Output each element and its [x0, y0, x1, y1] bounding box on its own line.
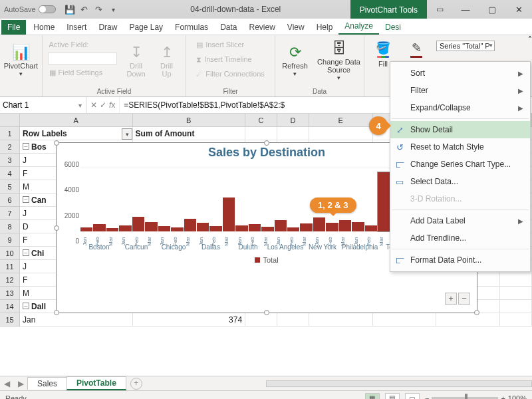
collapse-field-button[interactable]: − — [458, 293, 470, 305]
accept-formula-icon[interactable]: ✓ — [100, 100, 106, 110]
tab-data[interactable]: Data — [214, 20, 243, 35]
maximize-button[interactable]: ▢ — [479, 0, 505, 19]
menu-item[interactable]: ↺Reset to Match Style — [390, 138, 530, 156]
pen-icon: ✎ — [412, 41, 422, 55]
horizontal-scrollbar[interactable] — [266, 380, 532, 387]
data-source-icon: 🗄 — [332, 41, 346, 57]
filter-icon: ☄ — [196, 70, 203, 78]
menu-item[interactable]: ⫍Change Series Chart Type... — [390, 156, 530, 173]
tab-view[interactable]: View — [281, 20, 311, 35]
legend-swatch — [255, 257, 260, 263]
refresh-icon: ⟳ — [289, 45, 301, 61]
qat-more-icon[interactable]: ▾ — [106, 2, 121, 17]
tab-analyze[interactable]: Analyze — [338, 19, 379, 35]
tab-home[interactable]: Home — [27, 20, 61, 35]
drill-up-button[interactable]: ↥Drill Up — [153, 38, 181, 84]
sheet-nav-prev[interactable]: ◀ — [0, 379, 14, 388]
tab-help[interactable]: Help — [311, 20, 339, 35]
timeline-icon: ⧗ — [196, 55, 201, 64]
slicer-icon: ▤ — [196, 41, 203, 49]
menu-item: 3-D Rotation... — [390, 190, 530, 207]
undo-icon[interactable]: ↶ — [77, 2, 92, 17]
change-data-source-button[interactable]: 🗄Change Data Source▾ — [316, 38, 362, 84]
minimize-button[interactable]: — — [452, 0, 479, 19]
active-field-input[interactable] — [48, 53, 117, 65]
pivotchart-button[interactable]: 📊 PivotChart▾ — [3, 38, 39, 84]
context-menu: Sort▶Filter▶Expand/Collapse▶⤢Show Detail… — [390, 61, 531, 272]
page-break-view-button[interactable]: ▭ — [405, 393, 420, 400]
active-field-label: Active Field: — [48, 38, 120, 51]
pivotchart-icon: 📊 — [12, 45, 30, 61]
autosave-toggle[interactable]: AutoSave — [4, 5, 56, 13]
insert-timeline-button[interactable]: ⧗Insert Timeline — [195, 53, 266, 66]
select-all-corner[interactable] — [0, 114, 20, 126]
fx-icon[interactable]: fx — [109, 100, 115, 110]
sheet-nav-next[interactable]: ▶ — [14, 379, 28, 388]
drill-down-icon: ↧ — [130, 45, 142, 61]
menu-item[interactable]: ⫍Format Data Point... — [390, 251, 530, 269]
zoom-level[interactable]: 100% — [508, 394, 527, 400]
title-bar: AutoSave 💾 ↶ ↷ ▾ 04-drill-down-data - Ex… — [0, 0, 532, 19]
normal-view-button[interactable]: ▦ — [365, 393, 380, 400]
callout-1-2-3: 1, 2 & 3 — [310, 198, 356, 213]
tab-page-layout[interactable]: Page Lay — [123, 20, 169, 35]
zoom-out-button[interactable]: − — [425, 394, 429, 400]
close-button[interactable]: ✕ — [505, 0, 532, 19]
ribbon-tabs: File Home Insert Draw Page Lay Formulas … — [0, 19, 532, 35]
tab-draw[interactable]: Draw — [92, 20, 123, 35]
settings-icon: ▦ — [49, 68, 56, 77]
add-sheet-button[interactable]: + — [130, 378, 142, 390]
name-box[interactable]: Chart 1 — [0, 97, 86, 113]
chart-element-selector[interactable]: Series "Total" P — [436, 41, 495, 51]
row-headers[interactable]: 123456789101112131415 — [0, 127, 20, 376]
menu-item[interactable]: Sort▶ — [390, 65, 530, 82]
status-ready: Ready — [5, 394, 27, 400]
tab-formulas[interactable]: Formulas — [169, 20, 214, 35]
tab-insert[interactable]: Insert — [61, 20, 92, 35]
sheet-tab-pivottable[interactable]: PivotTable — [66, 376, 126, 390]
tab-design[interactable]: Desi — [379, 20, 407, 35]
menu-item[interactable]: Add Data Label▶ — [390, 212, 530, 229]
drill-up-icon: ↥ — [161, 45, 173, 61]
menu-item[interactable]: Filter▶ — [390, 82, 530, 99]
y-axis: 6000400020000 — [58, 161, 79, 245]
paint-bucket-icon: 🪣 — [376, 41, 390, 55]
save-icon[interactable]: 💾 — [63, 2, 77, 17]
drill-down-button[interactable]: ↧Drill Down — [122, 38, 150, 84]
tab-review[interactable]: Review — [243, 20, 281, 35]
filter-connections-button[interactable]: ☄Filter Connections — [195, 67, 266, 80]
sheet-tab-sales[interactable]: Sales — [27, 377, 67, 390]
tab-file[interactable]: File — [1, 20, 26, 35]
callout-4: 4 — [369, 116, 388, 135]
menu-item[interactable]: Expand/Collapse▶ — [390, 99, 530, 116]
status-bar: Ready ▦ ▤ ▭ − + 100% — [0, 390, 532, 399]
menu-item[interactable]: Add Trendline... — [390, 229, 530, 247]
zoom-in-button[interactable]: + — [501, 394, 505, 400]
page-layout-view-button[interactable]: ▤ — [385, 393, 400, 400]
sheet-tab-bar: ◀ ▶ Sales PivotTable + — [0, 376, 532, 390]
insert-slicer-button[interactable]: ▤Insert Slicer — [195, 38, 266, 51]
menu-item[interactable]: ▭Select Data... — [390, 173, 530, 190]
window-title: 04-drill-down-data - Excel — [121, 5, 350, 14]
expand-field-button[interactable]: + — [445, 293, 457, 305]
pivot-filter-dropdown[interactable]: ▾ — [122, 128, 132, 140]
cancel-formula-icon[interactable]: ✕ — [90, 100, 97, 110]
field-settings-button[interactable]: ▦Field Settings — [48, 66, 120, 79]
ribbon-display-icon[interactable]: ▭ — [427, 0, 452, 19]
menu-item[interactable]: ⤢Show Detail — [390, 121, 530, 138]
redo-icon[interactable]: ↷ — [92, 2, 106, 17]
pivotchart-tools-tab[interactable]: PivotChart Tools — [350, 0, 427, 19]
refresh-button[interactable]: ⟳Refresh▾ — [277, 38, 313, 84]
